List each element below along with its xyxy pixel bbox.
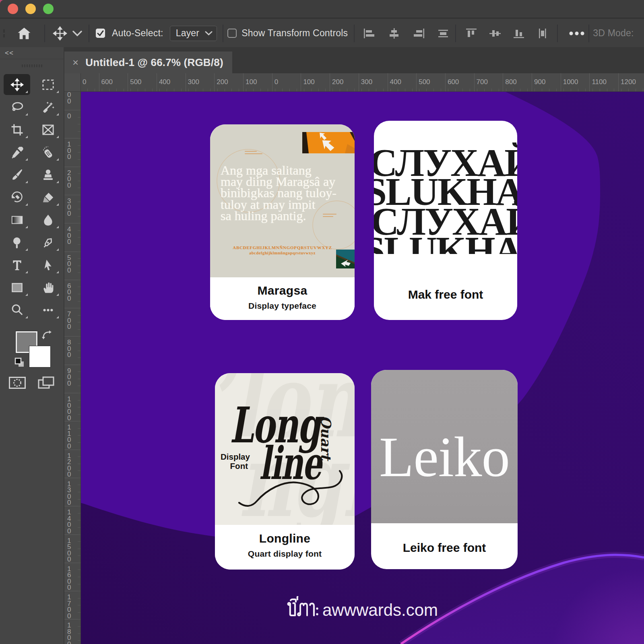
ruler-minor-tick (268, 89, 268, 91)
magic-wand-icon (41, 101, 55, 114)
photo-thumb-graphic (336, 250, 355, 268)
auto-select-target-dropdown[interactable]: Layer (170, 26, 217, 41)
horizontal-ruler[interactable]: 0600500400300200100010020030040050060070… (81, 73, 644, 92)
document-tab[interactable]: × Untitled-1 @ 66.7% (RGB/8) (64, 52, 232, 73)
ruler-minor-tick (78, 138, 80, 138)
ruler-minor-tick (571, 89, 571, 91)
marquee-tool[interactable] (35, 74, 61, 95)
maximize-window-button[interactable] (43, 4, 54, 14)
default-colors-icon[interactable] (14, 357, 25, 369)
clone-stamp-tool[interactable] (35, 164, 61, 185)
history-brush-tool[interactable] (4, 187, 30, 208)
font-card-leiko[interactable]: Leiko Leiko free font (371, 370, 518, 569)
ruler-minor-tick (78, 414, 80, 415)
zoom-tool[interactable] (4, 299, 30, 320)
healing-brush-tool[interactable] (35, 142, 61, 163)
frame-tool[interactable] (35, 119, 61, 140)
align-vertical-centers-icon[interactable] (489, 28, 502, 39)
chevron-down-icon[interactable] (72, 31, 82, 36)
align-left-edges-icon[interactable] (363, 28, 376, 39)
distribute-vertically-icon[interactable] (536, 28, 549, 39)
gradient-tool[interactable] (4, 209, 30, 230)
more-tools-tool[interactable] (35, 299, 61, 320)
close-window-button[interactable] (8, 4, 18, 14)
magic-wand-tool[interactable] (35, 97, 61, 118)
ruler-label: 1500 (67, 538, 71, 563)
ruler-minor-tick (78, 570, 80, 570)
ruler-minor-tick (455, 89, 456, 91)
more-options-icon[interactable] (569, 31, 585, 35)
dodge-tool[interactable] (4, 232, 30, 253)
vertical-ruler[interactable]: 0001002003004005006007008009001000110012… (64, 92, 81, 644)
minimize-window-button[interactable] (25, 4, 36, 14)
ruler-minor-tick (78, 605, 80, 605)
home-glyph (17, 27, 31, 40)
eyedropper-tool[interactable] (4, 142, 30, 163)
align-right-edges-icon[interactable] (412, 28, 425, 39)
card-caption: Longline Quart display font (215, 525, 355, 570)
ruler-minor-tick (426, 89, 427, 91)
macos-titlebar (0, 0, 644, 19)
ruler-minor-tick (78, 499, 80, 500)
type-tool[interactable] (4, 254, 30, 275)
hand-icon (41, 281, 55, 294)
screen-mode-button[interactable] (38, 376, 55, 391)
ruler-minor-tick (405, 89, 405, 91)
document-canvas[interactable]: Ang mga salitangmay diing Maragsâ aybini… (81, 92, 644, 644)
lasso-tool[interactable] (4, 97, 30, 118)
font-card-maragsa[interactable]: Ang mga salitangmay diing Maragsâ aybini… (210, 124, 355, 320)
auto-select-checkbox[interactable] (96, 29, 105, 38)
move-tool[interactable] (4, 74, 30, 95)
separator (455, 25, 456, 42)
flyout-indicator (25, 271, 28, 273)
pen-tool[interactable] (35, 232, 61, 253)
move-tool-icon[interactable] (53, 26, 67, 41)
align-bottom-edges-icon[interactable] (512, 28, 525, 39)
close-tab-icon[interactable]: × (72, 57, 78, 68)
rectangle-tool[interactable] (4, 277, 30, 298)
path-select-tool[interactable] (35, 254, 61, 275)
font-card-mak[interactable]: СЛУХАЙSLUKHAYСЛУХАЙSLUKHAY Mak free font (374, 121, 517, 320)
card-title: Leiko free font (371, 541, 518, 555)
ruler-label: 1000 (563, 78, 578, 86)
show-transform-checkbox[interactable] (227, 29, 237, 38)
flyout-indicator (25, 136, 28, 138)
card-subtitle: Quart display font (215, 549, 355, 559)
distribute-horizontally-icon[interactable] (437, 28, 450, 39)
panel-grip-icon (0, 62, 64, 69)
align-top-edges-icon[interactable] (465, 28, 478, 39)
ruler-minor-tick (78, 336, 80, 336)
flyout-indicator (56, 248, 59, 251)
collapse-panel-button[interactable]: << (0, 47, 64, 59)
font-card-longline[interactable]: ’long ngli Long line Quart DisplayFont L… (215, 373, 355, 570)
background-color-swatch[interactable] (29, 346, 51, 367)
swap-colors-icon[interactable] (42, 330, 52, 342)
ruler-label: 700 (477, 78, 488, 86)
ruler-minor-tick (78, 322, 80, 322)
maragsa-specimen-image: Ang mga salitangmay diing Maragsâ aybini… (210, 124, 355, 277)
ruler-minor-tick (78, 357, 80, 358)
ruler-minor-tick (78, 110, 80, 110)
ruler-minor-tick (78, 386, 80, 386)
crop-tool[interactable] (4, 119, 30, 140)
quick-mask-button[interactable] (9, 377, 26, 390)
ruler-minor-tick (78, 428, 80, 429)
ruler-minor-tick (600, 89, 600, 91)
ruler-minor-tick (78, 181, 80, 181)
ruler-minor-tick (78, 456, 80, 457)
ruler-corner-box[interactable] (64, 73, 81, 92)
ruler-minor-tick (78, 209, 80, 209)
eraser-tool[interactable] (35, 187, 61, 208)
brush-tool[interactable] (4, 164, 30, 185)
ruler-minor-tick (636, 89, 636, 91)
card-caption: Maragsa Display typeface (210, 277, 355, 320)
ruler-minor-tick (332, 89, 333, 91)
blur-tool[interactable] (35, 209, 61, 230)
home-icon[interactable] (17, 27, 31, 40)
ruler-minor-tick (78, 598, 80, 599)
ruler-label-partial: 00 (67, 92, 71, 104)
align-horizontal-centers-icon[interactable] (388, 28, 400, 39)
dodge-icon (10, 236, 24, 249)
brush-icon (10, 168, 24, 182)
hand-tool[interactable] (35, 277, 61, 298)
